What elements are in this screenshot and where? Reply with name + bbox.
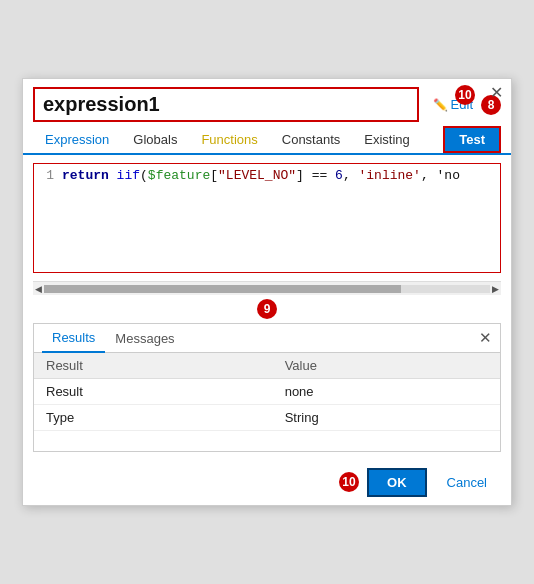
edit-icon: ✏️ <box>433 98 448 112</box>
dialog-header: expression1 ✏️ Edit 8 10 ✕ <box>23 79 511 126</box>
dialog-footer: 10 OK Cancel <box>23 460 511 505</box>
tab-expression[interactable]: Expression <box>33 126 121 155</box>
results-header: Results Messages ✕ <box>34 324 500 353</box>
scroll-thumb <box>44 285 401 293</box>
col-result-header: Result <box>34 353 273 379</box>
results-table: Result Value Result none Type String <box>34 353 500 451</box>
kw-return: return <box>62 168 117 183</box>
code-content-1: return iif($feature["LEVEL_NO"] == 6, 'i… <box>62 168 460 183</box>
kw-str-3: 'no <box>437 168 460 183</box>
row1-value: none <box>273 379 500 405</box>
horizontal-scrollbar[interactable]: ◀ ▶ <box>33 281 501 295</box>
kw-str-2: 'inline' <box>359 168 421 183</box>
row1-result-label: Result <box>34 379 273 405</box>
kw-iif: iif <box>117 168 140 183</box>
main-dialog: expression1 ✏️ Edit 8 10 ✕ Expression Gl… <box>22 78 512 506</box>
tab-existing[interactable]: Existing <box>352 126 422 155</box>
tab-constants[interactable]: Constants <box>270 126 353 155</box>
table-row-empty <box>34 431 500 451</box>
table-row: Result none <box>34 379 500 405</box>
results-panel: Results Messages ✕ Result Value Result n… <box>33 323 501 452</box>
badge-9-row: 9 <box>23 297 511 321</box>
col-value-header: Value <box>273 353 500 379</box>
badge-9: 9 <box>257 299 277 319</box>
code-line-1: 1 return iif($feature["LEVEL_NO"] == 6, … <box>34 164 500 187</box>
row2-result-label: Type <box>34 405 273 431</box>
test-button[interactable]: Test <box>443 126 501 153</box>
results-close-button[interactable]: ✕ <box>479 329 492 347</box>
row2-value: String <box>273 405 500 431</box>
kw-feature: $feature <box>148 168 210 183</box>
scroll-left-arrow[interactable]: ◀ <box>35 284 42 294</box>
tab-globals[interactable]: Globals <box>121 126 189 155</box>
empty-row <box>34 431 500 451</box>
tab-functions[interactable]: Functions <box>189 126 269 155</box>
results-table-header-row: Result Value <box>34 353 500 379</box>
scroll-track[interactable] <box>44 285 490 293</box>
code-editor[interactable]: 1 return iif($feature["LEVEL_NO"] == 6, … <box>33 163 501 273</box>
close-button[interactable]: ✕ <box>490 85 503 101</box>
cancel-button[interactable]: Cancel <box>435 470 499 495</box>
tab-messages[interactable]: Messages <box>105 325 184 352</box>
expression-name: expression1 <box>43 93 160 115</box>
kw-str-1: "LEVEL_NO" <box>218 168 296 183</box>
badge-10-footer: 10 <box>339 472 359 492</box>
kw-num: 6 <box>335 168 343 183</box>
ok-button[interactable]: OK <box>367 468 427 497</box>
tab-results[interactable]: Results <box>42 324 105 353</box>
tab-bar: Expression Globals Functions Constants E… <box>23 126 511 155</box>
table-row: Type String <box>34 405 500 431</box>
line-number-1: 1 <box>34 168 62 183</box>
code-empty-area <box>34 187 500 247</box>
scroll-right-arrow[interactable]: ▶ <box>492 284 499 294</box>
expression-name-box: expression1 <box>33 87 419 122</box>
